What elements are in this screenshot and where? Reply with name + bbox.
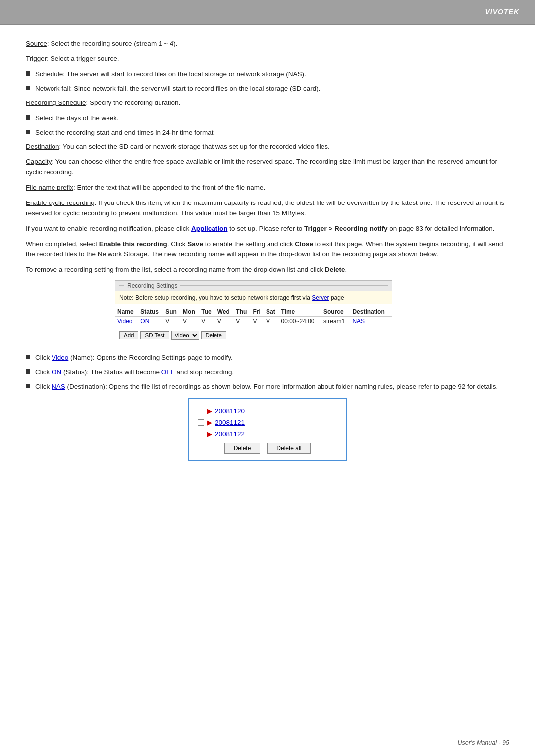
file-checkbox-3[interactable]	[198, 431, 204, 437]
page-header: VIVOTEK	[0, 0, 535, 24]
page-footer: User's Manual - 95	[457, 739, 509, 746]
select-days-bullet: Select the days of the week.	[26, 113, 509, 124]
destination-para: Destination: You can select the SD card …	[26, 142, 509, 152]
delete-button[interactable]: Delete	[201, 331, 226, 339]
col-sun: Sun	[163, 307, 181, 317]
recording-table: Name Status Sun Mon Tue Wed Thu Fri Sat …	[115, 307, 392, 326]
bullet-icon	[26, 71, 30, 76]
col-tue: Tue	[199, 307, 215, 317]
click-video-text: Click Video (Name): Opens the Recording …	[35, 353, 233, 363]
col-destination: Destination	[350, 307, 392, 317]
file-link-1[interactable]: 20081120	[215, 407, 245, 415]
save-label: Save	[187, 240, 203, 248]
file-row-1: ▶ 20081120	[198, 407, 337, 415]
col-sat: Sat	[264, 307, 279, 317]
row-tue: V	[199, 317, 215, 326]
file-row-2: ▶ 20081121	[198, 419, 337, 426]
bullet-icon	[26, 384, 30, 388]
select-days-text: Select the days of the week.	[35, 113, 119, 124]
file-icon-2: ▶	[207, 419, 212, 426]
row-fri: V	[251, 317, 265, 326]
nas-destination-link[interactable]: NAS	[352, 318, 365, 325]
col-source: Source	[321, 307, 350, 317]
col-name: Name	[115, 307, 138, 317]
delete-label: Delete	[325, 266, 345, 273]
video-name-link[interactable]: Video	[117, 318, 132, 325]
col-mon: Mon	[181, 307, 199, 317]
recording-dropdown[interactable]: Video	[171, 331, 199, 340]
to-remove-para: To remove a recording setting from the l…	[26, 265, 509, 275]
file-row-3: ▶ 20081122	[198, 430, 337, 438]
schedule-bullet: Schedule: The server will start to recor…	[26, 69, 509, 80]
select-time-text: Select the recording start and end times…	[35, 128, 215, 138]
trigger-recording-notify: Trigger > Recording notify	[304, 225, 387, 232]
note-bar: Note: Before setup recording, you have t…	[115, 291, 392, 305]
col-status: Status	[138, 307, 163, 317]
file-link-3[interactable]: 20081122	[215, 430, 245, 438]
note-end: page	[329, 294, 344, 301]
row-mon: V	[181, 317, 199, 326]
file-link-2[interactable]: 20081121	[215, 419, 245, 426]
file-delete-all-button[interactable]: Delete all	[267, 443, 311, 454]
status-on-link[interactable]: ON	[140, 318, 149, 325]
recording-buttons: Add SD Test Video Delete	[115, 329, 392, 344]
col-fri: Fri	[251, 307, 265, 317]
enable-this-recording-label: Enable this recording	[99, 240, 167, 248]
server-link[interactable]: Server	[312, 294, 329, 301]
row-sat: V	[264, 317, 279, 326]
click-nas-bullet: Click NAS (Destination): Opens the file …	[26, 382, 509, 392]
file-checkbox-2[interactable]	[198, 419, 204, 426]
col-time: Time	[279, 307, 321, 317]
notification-para: If you want to enable recording notifica…	[26, 224, 509, 234]
nas-link[interactable]: NAS	[52, 383, 65, 390]
file-icon-3: ▶	[207, 430, 212, 438]
col-thu: Thu	[234, 307, 251, 317]
row-status: ON	[138, 317, 163, 326]
click-on-status-label: (Status)	[63, 368, 87, 376]
schedule-text: Schedule: The server will start to recor…	[35, 69, 306, 80]
file-name-prefix-label: File name prefix	[26, 184, 73, 191]
click-video-name-label: (Name)	[70, 354, 93, 361]
application-link[interactable]: Application	[191, 225, 228, 232]
recording-schedule-label: Recording Schedule	[26, 99, 86, 106]
col-wed: Wed	[215, 307, 234, 317]
bullet-icon	[26, 369, 30, 374]
on-link[interactable]: ON	[52, 368, 61, 376]
file-delete-button[interactable]: Delete	[224, 443, 261, 454]
select-time-bullet: Select the recording start and end times…	[26, 128, 509, 138]
row-time: 00:00~24:00	[279, 317, 321, 326]
recording-settings-title-line-left	[119, 285, 124, 286]
source-label: Source	[26, 40, 47, 47]
main-content: Source: Select the recording source (str…	[0, 25, 535, 481]
file-name-prefix-para: File name prefix: Enter the text that wi…	[26, 183, 509, 193]
row-destination: NAS	[350, 317, 392, 326]
off-link[interactable]: OFF	[161, 368, 175, 376]
table-header-row: Name Status Sun Mon Tue Wed Thu Fri Sat …	[115, 307, 392, 317]
row-wed: V	[215, 317, 234, 326]
add-button[interactable]: Add	[119, 331, 138, 339]
bullet-icon	[26, 86, 30, 90]
recording-settings-box: Recording Settings Note: Before setup re…	[115, 280, 392, 345]
click-video-bullet: Click Video (Name): Opens the Recording …	[26, 353, 509, 363]
file-action-buttons: Delete Delete all	[198, 443, 337, 454]
recording-settings-title-bar: Recording Settings	[115, 281, 392, 291]
source-para: Source: Select the recording source (str…	[26, 39, 509, 49]
bullet-icon	[26, 130, 30, 134]
brand-logo: VIVOTEK	[485, 8, 519, 16]
row-name: Video	[115, 317, 138, 326]
network-fail-text: Network fail: Since network fail, the se…	[35, 84, 320, 94]
click-nas-dest-label: (Destination)	[67, 383, 106, 390]
sd-test-button[interactable]: SD Test	[140, 331, 169, 339]
file-checkbox-1[interactable]	[198, 408, 204, 414]
recording-settings-title-text: Recording Settings	[127, 282, 177, 289]
bullet-icon	[26, 355, 30, 359]
video-link[interactable]: Video	[52, 354, 68, 361]
row-source: stream1	[321, 317, 350, 326]
click-on-bullet: Click ON (Status): The Status will becom…	[26, 367, 509, 378]
note-text: Note: Before setup recording, you have t…	[119, 294, 312, 301]
trigger-para: Trigger: Select a trigger source.	[26, 54, 509, 64]
recording-schedule-para: Recording Schedule: Specify the recordin…	[26, 98, 509, 108]
table-row: Video ON V V V V V V V 00:00~24:00 strea…	[115, 317, 392, 326]
bullet-icon	[26, 115, 30, 120]
row-sun: V	[163, 317, 181, 326]
